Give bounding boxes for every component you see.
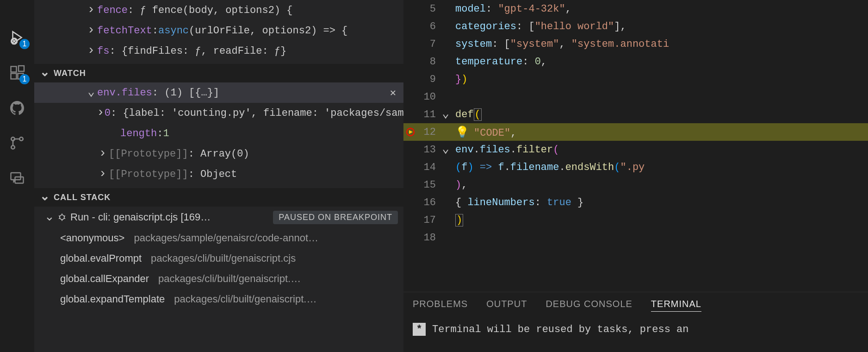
chevron-right-icon[interactable] [97,169,109,180]
watch-row[interactable]: [[Prototype]]: Array(0) [34,144,403,164]
frame-function: <anonymous> [60,232,124,244]
line-number: 5 [417,3,439,15]
github-icon[interactable] [7,98,27,118]
code-line[interactable]: 8 temperature: 0, [403,53,868,70]
svg-point-10 [11,145,15,149]
fold-gutter[interactable] [439,144,453,156]
line-number: 17 [417,214,439,226]
line-number: 11 [417,109,439,120]
extensions-badge: 1 [19,74,30,84]
panel-tabs: PROBLEMSOUTPUTDEBUG CONSOLETERMINAL [403,292,868,316]
watch-header[interactable]: WATCH [34,64,403,82]
run-debug-icon[interactable]: 1 [7,28,27,47]
svg-marker-22 [409,130,413,134]
stack-frame[interactable]: <anonymous>packages/sample/genaisrc/code… [34,228,403,248]
svg-rect-8 [19,66,24,71]
bottom-panel: PROBLEMSOUTPUTDEBUG CONSOLETERMINAL * Te… [403,292,868,352]
code-line[interactable]: 7 system: ["system", "system.annotati [403,35,868,53]
panel-tab-problems[interactable]: PROBLEMS [413,299,468,312]
chevron-down-icon[interactable] [85,87,97,99]
chevron-right-icon[interactable] [97,107,105,119]
callstack-title: CALL STACK [54,193,111,202]
variable-key: fetchText [97,25,152,37]
watch-row[interactable]: length: 1 [34,123,403,144]
run-badge: 1 [19,39,30,49]
chevron-right-icon[interactable] [85,5,97,16]
code-content: (f) => f.filename.endsWith(".py [453,162,645,173]
code-content: { lineNumbers: true } [453,197,583,208]
activity-bar: 1 1 [0,0,34,352]
variable-row[interactable]: fs: {findFiles: ƒ, readFile: ƒ} [34,41,403,61]
code-line[interactable]: 18 [403,229,868,246]
variable-key: fence [97,5,128,16]
editor: 5 model: "gpt-4-32k",6 categories: ["hel… [403,0,868,352]
code-content: }) [453,74,467,85]
callstack-thread[interactable]: Run - cli: genaiscript.cjs [169… PAUSED … [34,207,403,228]
code-content: def( [453,109,482,120]
code-content: ) [453,214,463,226]
svg-line-19 [59,218,60,219]
chevron-down-icon [39,193,51,202]
code-line[interactable]: 17) [403,211,868,229]
stack-frame[interactable]: global.callExpanderpackages/cli/built/ge… [34,269,403,289]
stack-frame[interactable]: global.evalPromptpackages/cli/built/gena… [34,248,403,269]
line-number: 12 [417,126,439,138]
asterisk-icon: * [413,323,426,336]
frame-source: packages/cli/built/genaiscript.… [174,293,316,305]
svg-point-14 [60,215,64,220]
frame-function: global.expandTemplate [60,293,165,305]
line-number: 6 [417,21,439,32]
svg-rect-12 [11,173,21,180]
close-icon[interactable]: ✕ [390,87,396,99]
code-line[interactable]: 12 💡"CODE", [403,123,868,141]
code-line[interactable]: 5 model: "gpt-4-32k", [403,0,868,18]
comments-icon[interactable] [7,169,27,188]
code-line[interactable]: 14 (f) => f.filename.endsWith(".py [403,158,868,176]
code-line[interactable]: 15 ), [403,176,868,194]
code-content: model: "gpt-4-32k", [453,3,571,15]
code-content: 💡"CODE", [453,126,516,139]
code-line[interactable]: 13 env.files.filter( [403,141,868,158]
fold-gutter[interactable] [439,109,453,120]
watch-row[interactable]: env.files: (1) [{…}]✕ [34,82,403,103]
breakpoint-gutter[interactable] [403,127,417,137]
terminal-message: Terminal will be reused by tasks, press … [432,324,689,335]
lightbulb-icon[interactable]: 💡 [455,126,469,139]
watch-row[interactable]: 0: {label: 'counting.py', filename: 'pac… [34,103,403,123]
source-control-graph-icon[interactable] [7,133,27,153]
svg-line-20 [64,218,65,219]
code-line[interactable]: 10 [403,88,868,106]
chevron-right-icon[interactable] [85,45,97,57]
watch-section: env.files: (1) [{…}]✕0: {label: 'countin… [34,82,403,184]
watch-row[interactable]: [[Prototype]]: Object [34,164,403,184]
variable-row[interactable]: fence: ƒ fence(body, options2) { [34,0,403,20]
panel-tab-terminal[interactable]: TERMINAL [651,299,701,312]
chevron-down-icon [39,69,51,78]
chevron-right-icon[interactable] [85,25,97,37]
code-line[interactable]: 9}) [403,70,868,88]
line-number: 16 [417,197,439,208]
frame-function: global.evalPrompt [60,252,142,264]
code-line[interactable]: 6 categories: ["hello world"], [403,18,868,35]
panel-tab-debug-console[interactable]: DEBUG CONSOLE [546,299,632,312]
panel-tab-output[interactable]: OUTPUT [486,299,527,312]
code-line[interactable]: 16 { lineNumbers: true } [403,194,868,211]
code-content: env.files.filter( [453,144,559,156]
stack-frame[interactable]: global.expandTemplatepackages/cli/built/… [34,289,403,309]
svg-line-18 [64,216,65,216]
debug-side-panel: fence: ƒ fence(body, options2) {fetchTex… [34,0,403,352]
svg-rect-5 [11,67,17,72]
callstack-frames: <anonymous>packages/sample/genaisrc/code… [34,228,403,309]
code-area[interactable]: 5 model: "gpt-4-32k",6 categories: ["hel… [403,0,868,292]
callstack-header[interactable]: CALL STACK [34,188,403,207]
extensions-icon[interactable]: 1 [7,63,27,82]
svg-rect-6 [11,74,17,79]
line-number: 13 [417,144,439,156]
frame-source: packages/sample/genaisrc/code-annot… [134,232,318,244]
chevron-down-icon [43,211,56,223]
chevron-right-icon[interactable] [97,148,109,160]
variable-row[interactable]: fetchText: async (urlOrFile, options2) =… [34,20,403,41]
line-number: 18 [417,232,439,244]
code-line[interactable]: 11def( [403,106,868,123]
line-number: 15 [417,179,439,191]
